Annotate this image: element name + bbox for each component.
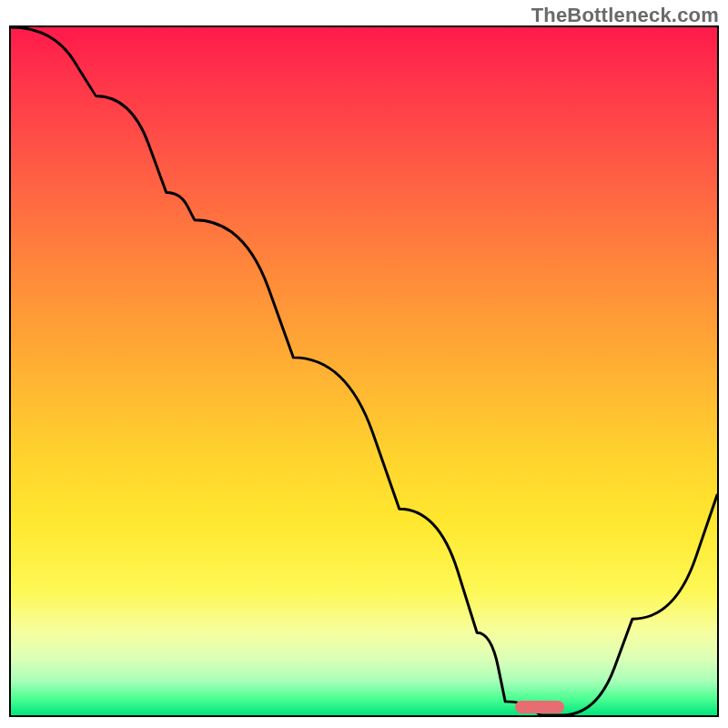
watermark-text: TheBottleneck.com xyxy=(531,4,719,27)
optimum-marker xyxy=(515,701,565,713)
bottleneck-curve xyxy=(11,27,717,715)
plot-frame xyxy=(9,25,719,717)
stage: TheBottleneck.com xyxy=(0,0,728,728)
